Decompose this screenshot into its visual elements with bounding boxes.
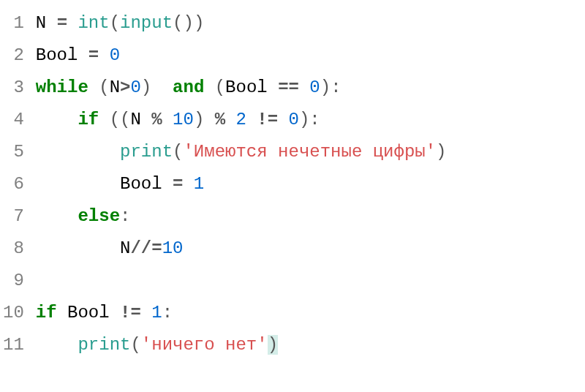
token	[141, 303, 151, 323]
token: (	[173, 142, 183, 162]
token: ((	[110, 110, 131, 129]
token: (	[215, 78, 225, 97]
code-area[interactable]: N = int(input())Bool = 0while (N>0) and …	[30, 0, 585, 392]
code-line[interactable]: N = int(input())	[36, 7, 579, 39]
line-number: 6	[3, 168, 24, 200]
token: )	[141, 78, 151, 97]
token: =	[173, 174, 183, 194]
token: N	[120, 238, 130, 258]
line-number: 4	[3, 104, 24, 136]
token: input	[120, 13, 173, 33]
token: N	[130, 110, 151, 129]
token: 1	[194, 174, 204, 194]
token: 0	[110, 45, 120, 65]
token: int	[78, 13, 109, 33]
code-line[interactable]: while (N>0) and (Bool == 0):	[36, 72, 579, 104]
line-number: 5	[3, 136, 24, 168]
token: //=	[130, 238, 162, 258]
token: 'ничего нет'	[141, 335, 268, 355]
token: (	[110, 13, 120, 33]
token: if	[78, 110, 99, 129]
indent	[36, 174, 120, 194]
token: :	[120, 206, 130, 226]
token: Bool	[120, 174, 173, 194]
line-number: 2	[3, 39, 24, 72]
line-number-gutter: 1234567891011	[0, 0, 30, 392]
indent	[36, 238, 120, 258]
token: (	[130, 335, 140, 355]
token: 0	[130, 78, 140, 97]
code-line[interactable]	[36, 265, 579, 297]
indent	[36, 110, 78, 129]
code-line[interactable]: Bool = 1	[36, 168, 579, 200]
token: !=	[120, 303, 141, 323]
token	[204, 78, 214, 97]
indent	[36, 142, 120, 162]
token: )	[194, 110, 204, 129]
token	[99, 45, 109, 65]
token: Bool	[225, 78, 278, 97]
token	[225, 110, 235, 129]
token	[246, 110, 257, 129]
token: while	[36, 78, 88, 97]
token: )	[299, 110, 309, 129]
line-number: 9	[3, 265, 24, 297]
token	[67, 13, 78, 33]
token: ()	[173, 13, 194, 33]
code-line[interactable]: if ((N % 10) % 2 != 0):	[36, 104, 579, 136]
token: ==	[278, 78, 299, 97]
token: print	[78, 335, 130, 355]
code-line[interactable]: if Bool != 1:	[36, 297, 579, 329]
token: :	[331, 78, 341, 97]
token: 10	[173, 110, 194, 129]
line-number: 7	[3, 200, 24, 233]
token: 'Имеются нечетные цифры'	[183, 142, 436, 162]
token: 0	[309, 78, 320, 97]
token: Bool	[57, 303, 120, 323]
code-line[interactable]: Bool = 0	[36, 39, 579, 72]
code-line[interactable]: print('Имеются нечетные цифры')	[36, 136, 579, 168]
code-line[interactable]: N//=10	[36, 233, 579, 265]
token: and	[173, 78, 204, 97]
token	[299, 78, 309, 97]
token	[162, 110, 173, 129]
line-number: 11	[3, 329, 24, 361]
token: >	[120, 78, 130, 97]
token: )	[320, 78, 331, 97]
token: )	[436, 142, 446, 162]
token	[88, 78, 99, 97]
line-number: 1	[3, 7, 24, 39]
token: =	[57, 13, 67, 33]
token: Bool	[36, 45, 88, 65]
token: (	[99, 78, 109, 97]
token: 10	[162, 238, 184, 258]
token: N	[110, 78, 120, 97]
token: if	[36, 303, 57, 323]
code-editor[interactable]: 1234567891011 N = int(input())Bool = 0wh…	[0, 0, 585, 392]
token: print	[120, 142, 173, 162]
code-line[interactable]: else:	[36, 200, 579, 233]
indent	[36, 335, 78, 355]
token: 2	[236, 110, 246, 129]
code-line[interactable]: print('ничего нет')	[36, 329, 579, 361]
token	[151, 78, 173, 97]
token: :	[309, 110, 320, 129]
token	[278, 110, 288, 129]
token: %	[151, 110, 162, 129]
token: 1	[151, 303, 162, 323]
token: )	[268, 335, 278, 355]
token	[99, 110, 109, 129]
token	[183, 174, 193, 194]
line-number: 3	[3, 72, 24, 104]
token: )	[194, 13, 204, 33]
token: :	[162, 303, 173, 323]
token: else	[78, 206, 120, 226]
token: %	[215, 110, 225, 129]
token: !=	[257, 110, 278, 129]
token	[204, 110, 214, 129]
token: =	[88, 45, 99, 65]
token: 0	[289, 110, 299, 129]
line-number: 8	[3, 233, 24, 265]
token: N	[36, 13, 57, 33]
indent	[36, 206, 78, 226]
